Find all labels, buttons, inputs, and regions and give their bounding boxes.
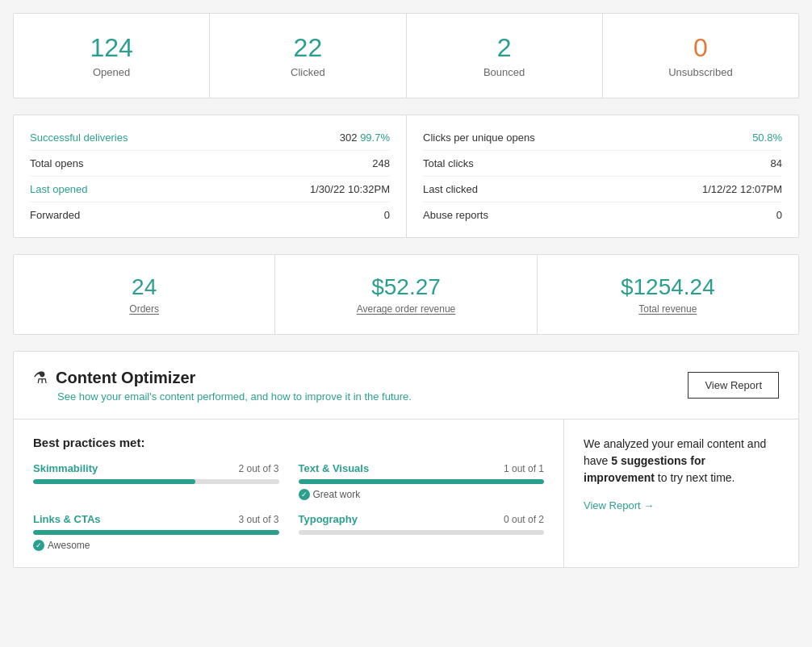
practice-item-text-visuals: Text & Visuals 1 out of 1 ✓ Great work [299,462,545,500]
revenue-card-avg-order: $52.27 Average order revenue [275,255,537,334]
stat-label-clicked: Clicked [223,66,392,78]
optimizer-icon: ⚗ [33,368,48,387]
revenue-value-total: $1254.24 [550,274,785,300]
metric-row-total-clicks: Total clicks 84 [423,151,782,177]
revenue-value-avg-order: $52.27 [288,274,523,300]
best-practices-panel: Best practices met: Skimmability 2 out o… [14,420,564,567]
practice-item-skimmability: Skimmability 2 out of 3 [33,462,279,500]
stat-label-opened: Opened [27,66,196,78]
practice-header-links-ctas: Links & CTAs 3 out of 3 [33,513,279,525]
progress-bar-bg-links-ctas [33,530,279,535]
metric-label-forwarded: Forwarded [30,209,80,221]
practice-item-typography: Typography 0 out of 2 [299,513,545,551]
metric-row-total-opens: Total opens 248 [30,151,390,177]
optimizer-title: Content Optimizer [56,369,195,387]
check-icon-text-visuals: ✓ [299,489,310,500]
practice-name-text-visuals: Text & Visuals [299,462,370,474]
stat-card-clicked: 22 Clicked [210,14,406,98]
stat-value-clicked: 22 [223,33,392,63]
practice-score-skimmability: 2 out of 3 [238,463,278,474]
stat-card-opened: 124 Opened [14,14,210,98]
stat-label-bounced: Bounced [420,66,589,78]
practices-grid: Skimmability 2 out of 3 Text & Visuals 1… [33,462,544,551]
progress-bar-fill-links-ctas [33,530,279,535]
suggestions-panel: We analyzed your email content and have … [564,420,798,567]
stat-value-unsubscribed: 0 [616,33,785,63]
metric-row-clicks-unique: Clicks per unique opens 50.8% [423,125,782,151]
stats-cards-container: 124 Opened 22 Clicked 2 Bounced 0 Unsubs… [13,13,799,98]
progress-bar-fill-text-visuals [299,479,545,484]
practice-note-text-visuals: ✓ Great work [299,489,545,500]
progress-bar-bg-typography [299,530,545,535]
metric-value-last-opened: 1/30/22 10:32PM [310,183,390,195]
optimizer-subtitle: See how your email's content performed, … [57,390,412,403]
progress-bar-fill-skimmability [33,479,195,484]
metric-label-abuse: Abuse reports [423,209,488,221]
optimizer-title-group: ⚗ Content Optimizer See how your email's… [33,368,412,403]
metric-label-last-opened: Last opened [30,183,88,195]
metric-value-forwarded: 0 [384,209,390,221]
stat-card-bounced: 2 Bounced [407,14,603,98]
progress-bar-bg-text-visuals [299,479,545,484]
stat-value-opened: 124 [27,33,196,63]
metric-label-total-clicks: Total clicks [423,157,474,169]
metric-row-forwarded: Forwarded 0 [30,202,390,227]
practice-score-typography: 0 out of 2 [504,514,544,525]
optimizer-section: ⚗ Content Optimizer See how your email's… [13,351,799,568]
optimizer-body: Best practices met: Skimmability 2 out o… [14,420,798,567]
best-practices-title: Best practices met: [33,436,544,449]
revenue-label-orders: Orders [27,303,262,315]
view-report-button[interactable]: View Report [688,372,779,399]
practice-note-links-ctas: ✓ Awesome [33,540,279,551]
practice-note-label-links-ctas: Awesome [48,540,90,551]
metric-label-deliveries: Successful deliveries [30,131,128,144]
progress-bar-bg-skimmability [33,479,279,484]
optimizer-title-row: ⚗ Content Optimizer [33,368,412,387]
metric-row-last-clicked: Last clicked 1/12/22 12:07PM [423,177,782,202]
practice-name-skimmability: Skimmability [33,462,98,474]
practice-name-links-ctas: Links & CTAs [33,513,101,525]
optimizer-header: ⚗ Content Optimizer See how your email's… [14,352,798,420]
suggestions-highlight: 5 suggestions for improvement [584,454,705,484]
practice-header-text-visuals: Text & Visuals 1 out of 1 [299,462,545,474]
metrics-grid: Successful deliveries 302 99.7% Total op… [14,115,798,237]
stat-card-unsubscribed: 0 Unsubscribed [603,14,798,98]
practice-score-text-visuals: 1 out of 1 [504,463,544,474]
revenue-card-total: $1254.24 Total revenue [538,255,798,334]
practice-header-skimmability: Skimmability 2 out of 3 [33,462,279,474]
revenue-label-total: Total revenue [550,303,785,315]
suggestions-text: We analyzed your email content and have … [584,436,779,486]
metric-value-abuse: 0 [776,209,782,221]
revenue-cards-container: 24 Orders $52.27 Average order revenue $… [13,254,799,335]
metrics-col-right: Clicks per unique opens 50.8% Total clic… [406,115,798,237]
metric-label-last-clicked: Last clicked [423,183,478,195]
metric-value-clicks-unique: 50.8% [752,131,782,144]
practice-item-links-ctas: Links & CTAs 3 out of 3 ✓ Awesome [33,513,279,551]
practice-header-typography: Typography 0 out of 2 [299,513,545,525]
revenue-label-avg-order: Average order revenue [288,303,523,315]
metric-value-total-opens: 248 [372,157,390,169]
check-icon-links-ctas: ✓ [33,540,44,551]
practice-note-label-text-visuals: Great work [313,489,361,500]
view-report-link[interactable]: View Report → [584,499,779,511]
page-wrapper: 124 Opened 22 Clicked 2 Bounced 0 Unsubs… [0,0,812,581]
practice-name-typography: Typography [299,513,358,525]
metric-value-deliveries: 302 99.7% [340,131,390,144]
practice-score-links-ctas: 3 out of 3 [238,514,278,525]
revenue-value-orders: 24 [27,274,262,300]
stat-value-bounced: 2 [420,33,589,63]
metric-label-clicks-unique: Clicks per unique opens [423,131,535,144]
metric-row-abuse: Abuse reports 0 [423,202,782,227]
metric-value-total-clicks: 84 [771,157,782,169]
metrics-section: Successful deliveries 302 99.7% Total op… [13,115,799,238]
revenue-card-orders: 24 Orders [14,255,275,334]
metric-row-last-opened: Last opened 1/30/22 10:32PM [30,177,390,202]
metric-value-last-clicked: 1/12/22 12:07PM [702,183,782,195]
stat-label-unsubscribed: Unsubscribed [616,66,785,78]
metrics-col-left: Successful deliveries 302 99.7% Total op… [14,115,406,237]
metric-row-deliveries: Successful deliveries 302 99.7% [30,125,390,151]
metric-label-total-opens: Total opens [30,157,84,169]
